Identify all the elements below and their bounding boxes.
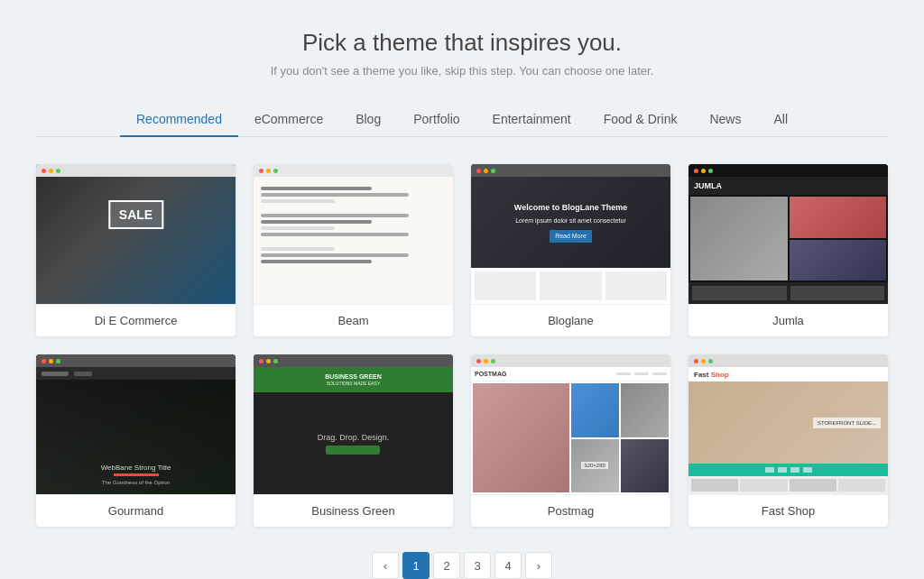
page-subtitle: If you don't see a theme you like, skip … (36, 64, 888, 78)
beam-content (254, 177, 453, 273)
theme-card-fast-shop[interactable]: Fast Shop STOREFRONT SLIDE... (688, 354, 888, 527)
theme-preview-postmag: POSTMAG 320×280 (471, 354, 670, 494)
tab-entertainment[interactable]: Entertainment (476, 103, 587, 137)
dot-green (56, 169, 60, 173)
page-1-button[interactable]: 1 (402, 552, 430, 579)
preview-content: SALE (36, 177, 236, 304)
dot-yellow (266, 169, 271, 173)
prev-page-button[interactable]: ‹ (372, 552, 399, 579)
theme-name-jumla: Jumla (688, 304, 888, 336)
dot-green (273, 169, 278, 173)
theme-name-gourmand: Gourmand (36, 494, 236, 527)
browser-bar (471, 164, 670, 177)
theme-card-business-green[interactable]: BUSINESS GREENSOLUTIONS MADE EASY Drag. … (254, 354, 453, 527)
theme-preview-di-ecommerce: SALE (36, 164, 236, 304)
tab-all[interactable]: All (757, 103, 804, 137)
theme-name-di-ecommerce: Di E Commerce (36, 304, 236, 336)
theme-preview-jumla: JUMLA (688, 164, 888, 304)
pagination: ‹ 1 2 3 4 › (36, 552, 888, 579)
theme-card-bloglane[interactable]: Welcome to BlogLane Theme Lorem ipsum do… (471, 164, 670, 336)
dot-green (491, 169, 495, 173)
theme-card-postmag[interactable]: POSTMAG 320×280 Postmag (471, 354, 670, 527)
page-title: Pick a theme that inspires you. (36, 29, 888, 57)
theme-name-beam: Beam (254, 304, 453, 336)
theme-card-beam[interactable]: Beam (254, 164, 453, 336)
page-header: Pick a theme that inspires you. If you d… (36, 29, 888, 78)
theme-name-postmag: Postmag (471, 494, 670, 527)
dot-yellow (484, 169, 488, 173)
tab-news[interactable]: News (693, 103, 757, 137)
theme-name-business-green: Business Green (254, 494, 453, 527)
theme-card-di-ecommerce[interactable]: SALE Di E Commerce (36, 164, 236, 336)
page-4-button[interactable]: 4 (494, 552, 522, 579)
theme-preview-business-green: BUSINESS GREENSOLUTIONS MADE EASY Drag. … (254, 354, 453, 494)
tab-food-drink[interactable]: Food & Drink (587, 103, 694, 137)
browser-bar (254, 164, 453, 177)
tab-blog[interactable]: Blog (339, 103, 397, 137)
theme-card-jumla[interactable]: JUMLA Jumla (688, 164, 888, 336)
dot-red (476, 169, 481, 173)
theme-preview-fast-shop: Fast Shop STOREFRONT SLIDE... (688, 354, 888, 494)
theme-preview-bloglane: Welcome to BlogLane Theme Lorem ipsum do… (471, 164, 670, 304)
themes-grid: SALE Di E Commerce (36, 164, 888, 527)
tab-portfolio[interactable]: Portfolio (397, 103, 476, 137)
theme-preview-beam (254, 164, 453, 304)
dot-red (42, 169, 46, 173)
next-page-button[interactable]: › (525, 552, 552, 579)
theme-name-bloglane: Bloglane (471, 304, 670, 336)
sale-badge: SALE (108, 200, 163, 229)
bloglane-hero: Welcome to BlogLane Theme Lorem ipsum do… (471, 177, 670, 268)
theme-name-fast-shop: Fast Shop (688, 494, 888, 527)
tab-recommended[interactable]: Recommended (120, 103, 238, 137)
dot-red (259, 169, 263, 173)
browser-bar (36, 164, 236, 177)
theme-card-gourmand[interactable]: WebBane Strong Title The Goodness of the… (36, 354, 236, 527)
page-2-button[interactable]: 2 (433, 552, 460, 579)
dot-yellow (49, 169, 53, 173)
page-container: Pick a theme that inspires you. If you d… (0, 0, 924, 579)
tab-ecommerce[interactable]: eCommerce (238, 103, 339, 137)
theme-preview-gourmand: WebBane Strong Title The Goodness of the… (36, 354, 236, 494)
theme-tabs: Recommended eCommerce Blog Portfolio Ent… (36, 103, 888, 137)
page-3-button[interactable]: 3 (464, 552, 491, 579)
